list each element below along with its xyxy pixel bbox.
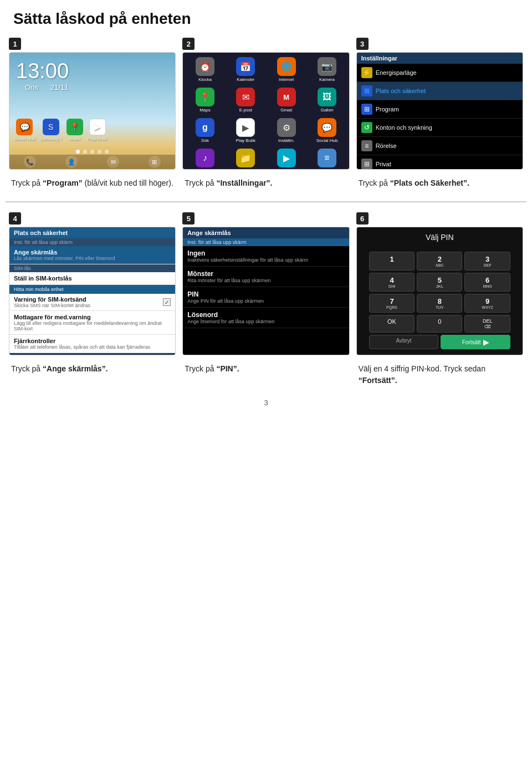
list-item: 🖼Galleri: [307, 85, 346, 115]
key-9[interactable]: 9WXYZ: [464, 294, 510, 313]
lockscreen-bottom-bar: 📞 👤 ✉ ⊞: [9, 155, 175, 169]
list-item: 📍 Maps: [66, 119, 83, 141]
key-2[interactable]: 2ABC: [417, 252, 462, 271]
sim-las-label: SIM-lås: [9, 264, 175, 272]
list-item: 💬 Social Hub: [14, 119, 35, 141]
mail-icon: ✉: [107, 156, 119, 168]
step-3-cell: 3 Inställningar ⚡ Energisparläge ⊞ Plats…: [353, 33, 526, 197]
list-item: 📅Kalender: [226, 55, 265, 84]
numpad: 1 2ABC 3DEF 4GHI 5JKL 6MNO 7PQRS 8TUV 9W…: [369, 252, 510, 313]
step-6-screen: Välj PIN 1 2ABC 3DEF 4GHI 5JKL 6MNO 7PQR…: [356, 227, 523, 355]
ange-skarmlås-title: Ange skärmlås: [14, 249, 171, 256]
list-item: ⊞ Program: [357, 100, 523, 119]
fortsatt-button[interactable]: Fortsätt ▶: [441, 335, 510, 349]
step-3-description: Tryck på “Plats och Säkerhet”.: [356, 174, 523, 192]
dot-icon: [83, 150, 87, 154]
mottagare-item: Mottagare för med.varning Lägg till elle…: [9, 311, 175, 335]
step-2-screen: ⏰Klocka 📅Kalender 🌐Internet 📷Kamera 📍Map…: [182, 52, 349, 170]
list-item: ⊞ Plats och säkerhet: [357, 82, 523, 100]
private-icon: ⊞: [361, 159, 372, 169]
step-4-screen: Plats och säkerhet Inst. för att låsa up…: [9, 227, 176, 355]
mottagare-sub: Lägg till eller redigera mottagare för m…: [14, 320, 171, 332]
list-item: ✉E-post: [226, 85, 265, 115]
mina-filer-icon: 📁: [236, 149, 255, 167]
list-item: ⚡ Energisparläge: [357, 64, 523, 82]
losenord-sub: Ange lösenord för att låsa upp skärmen: [187, 319, 344, 324]
sok-icon: g: [196, 118, 214, 137]
key-5[interactable]: 5JKL: [417, 273, 462, 292]
ange-subheader: Inst. för att låsa upp skärm: [183, 238, 349, 246]
klocka-icon: ⏰: [196, 57, 214, 76]
step-5-cell: 5 Ange skärmlås Inst. för att låsa upp s…: [179, 208, 352, 394]
key-0[interactable]: 0: [417, 315, 462, 333]
monster-sub: Rita mönster för att låsa upp skärmen: [187, 278, 344, 283]
play-butik-icon: ▶: [236, 118, 255, 137]
key-7[interactable]: 7PQRS: [369, 294, 415, 313]
inst-label: Inst. för att låsa upp skärm: [9, 238, 175, 246]
motion-icon: ≡: [361, 140, 372, 151]
step-1-number: 1: [9, 38, 21, 50]
list-item: ⊞ Privat: [357, 155, 523, 169]
key-4[interactable]: 4GHI: [369, 273, 415, 292]
step-4-cell: 4 Plats och säkerhet Inst. för att låsa …: [6, 208, 179, 394]
list-item: ≡AllShare: [307, 146, 346, 170]
music-hub-icon: ♪: [196, 149, 214, 167]
step-4-number: 4: [9, 212, 21, 225]
lockscreen-app-icons: 💬 Social Hub S Samsung ♪ 📍 Maps ▶ Play B…: [9, 115, 111, 145]
varning-checkbox[interactable]: [163, 298, 171, 306]
ingen-item[interactable]: Ingen Inaktivera säkerhetsinställningar …: [183, 246, 349, 267]
step-2-number: 2: [182, 38, 195, 50]
losenord-item[interactable]: Lösenord Ange lösenord för att låsa upp …: [183, 308, 349, 328]
ange-skarmlås-header: Ange skärmlås: [183, 227, 349, 238]
numpad-bottom: OK 0 DEL⌫: [369, 315, 510, 333]
step-4-description: Tryck på “Ange skärmlås”.: [9, 360, 176, 378]
pin-item[interactable]: PIN Ange PIN för att låsa upp skärmen: [183, 287, 349, 308]
program-icon: ⊞: [361, 104, 372, 115]
contacts-icon: 👤: [65, 156, 78, 168]
losenord-title: Lösenord: [187, 311, 344, 319]
list-item: ≡ Rörelse: [357, 137, 523, 155]
sim-kortslås-title: Ställ in SIM-kortslås: [14, 275, 171, 282]
key-3[interactable]: 3DEF: [464, 252, 510, 271]
monster-item[interactable]: Mönster Rita mönster för att låsa upp sk…: [183, 267, 349, 287]
step-3-screen: Inställningar ⚡ Energisparläge ⊞ Plats o…: [356, 52, 523, 170]
step-2-cell: 2 ⏰Klocka 📅Kalender 🌐Internet 📷Kamera 📍M…: [179, 33, 352, 197]
key-8[interactable]: 8TUV: [417, 294, 462, 313]
sync-icon: ↺: [361, 122, 372, 133]
varning-title: Varning för SIM-kortsänd: [14, 296, 90, 303]
plats-sakerhet-screen: Plats och säkerhet Inst. för att låsa up…: [9, 227, 175, 355]
del-button[interactable]: DEL⌫: [464, 315, 510, 333]
step-2-description: Tryck på “Inställningar”.: [182, 174, 349, 192]
phone-lockscreen: 13:00 Ons 21/11 💬 Social Hub S Samsung ♪: [9, 53, 175, 169]
gmail-icon: M: [277, 88, 296, 106]
ingen-sub: Inaktivera säkerhetsinställningar för at…: [187, 257, 344, 263]
plats-header: Plats och säkerhet: [9, 227, 175, 238]
page-title: Sätta låskod på enheten: [0, 0, 532, 33]
kalender-icon: 📅: [236, 57, 255, 76]
pin-screen: Välj PIN 1 2ABC 3DEF 4GHI 5JKL 6MNO 7PQR…: [357, 227, 523, 355]
dot-icon: [90, 150, 94, 154]
list-item: ♪Music Hub: [185, 146, 224, 170]
social-hub-icon: 💬: [318, 118, 336, 137]
list-item: 🌐Internet: [267, 55, 306, 84]
action-row: Avbryt Fortsätt ▶: [369, 335, 510, 349]
ange-skarmlås-sub: Lås skärmen med mönster, PIN eller lösen…: [14, 256, 171, 261]
ange-skarmlås-item[interactable]: Ange skärmlås Lås skärmen med mönster, P…: [9, 246, 175, 264]
key-6[interactable]: 6MNO: [464, 273, 510, 292]
energy-icon: ⚡: [361, 67, 372, 78]
galleri-icon: 🖼: [318, 88, 336, 106]
lockscreen-day: Ons: [17, 83, 38, 91]
avbryt-button[interactable]: Avbryt: [369, 335, 439, 349]
key-1[interactable]: 1: [369, 252, 415, 271]
fjarr-title: Fjärrkontroller: [14, 338, 171, 344]
step-6-description: Välj en 4 siffrig PIN-kod. Tryck sedan “…: [356, 360, 523, 390]
list-item: 📁Mina filer: [226, 146, 265, 170]
step-1-description: Tryck på “Program” (blå/vit kub ned till…: [9, 174, 176, 192]
varning-sub: Skicka SMS när SIM-kortet ändras: [14, 303, 90, 308]
maps-icon: 📍: [196, 88, 214, 106]
allshare-icon: ≡: [318, 149, 336, 167]
fjarr-item: Fjärrkontroller Tillåter att telefonen l…: [9, 335, 175, 353]
step-3-number: 3: [356, 38, 369, 50]
fjarr-sub: Tillåter att telefonen låsas, spåras och…: [14, 344, 171, 350]
ok-button[interactable]: OK: [369, 315, 415, 333]
